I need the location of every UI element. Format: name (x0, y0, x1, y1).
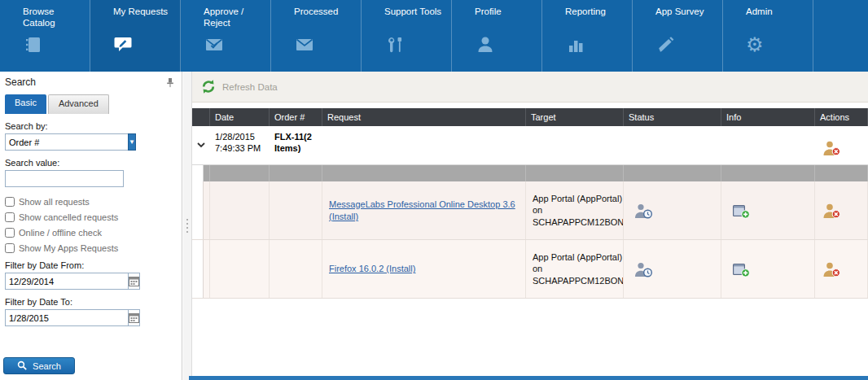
chevron-down-icon[interactable] (192, 126, 210, 164)
install-package-icon[interactable] (721, 240, 815, 298)
checkbox[interactable] (5, 197, 15, 207)
checkbox-label: Show cancelled requests (19, 212, 118, 222)
tools-icon (384, 33, 446, 56)
column-header-order[interactable]: Order # (270, 108, 322, 126)
book-icon (23, 33, 85, 56)
nav-item-profile[interactable]: Profile (452, 0, 542, 72)
bar-chart-icon (565, 33, 627, 56)
checkbox-show-my-apps-requests[interactable]: Show My Apps Requests (5, 243, 182, 253)
search-icon (17, 360, 28, 371)
request-link[interactable]: Firefox 16.0.2 (Install) (329, 263, 415, 275)
nav-item-label: App Survey (655, 6, 717, 32)
search-value-input[interactable] (5, 170, 124, 187)
group-date: 1/28/2015 7:49:33 PM (210, 126, 270, 164)
group-order-number: FLX-11(2 Items) (270, 126, 322, 164)
column-header-info[interactable]: Info (721, 108, 815, 126)
checkbox-online-offline-check[interactable]: Online / offline check (5, 228, 182, 238)
user-pending-icon (624, 181, 721, 239)
requests-grid: Date Order # Request Target Status Info … (192, 108, 868, 299)
search-tabs: Basic Advanced (5, 94, 182, 114)
search-by-value[interactable] (5, 133, 128, 151)
calendar-icon[interactable] (128, 273, 140, 290)
nav-item-browse-catalog[interactable]: Browse Catalog (0, 0, 90, 72)
nav-item-my-requests[interactable]: My Requests (90, 0, 181, 72)
nav-item-app-survey[interactable]: App Survey (633, 0, 723, 72)
nav-item-label: Approve / Reject (204, 6, 265, 32)
column-header-expand (192, 108, 210, 126)
refresh-data-button[interactable]: Refresh Data (222, 82, 278, 92)
panel-title: Search (5, 76, 36, 88)
grid-header-row: Date Order # Request Target Status Info … (192, 108, 868, 126)
column-header-status[interactable]: Status (624, 108, 721, 126)
nav-item-label: Browse Catalog (23, 6, 85, 32)
user-pending-icon (624, 240, 721, 298)
search-button[interactable]: Search (3, 357, 75, 374)
search-panel: Search Basic Advanced Search by: ▼ Searc… (0, 72, 182, 380)
checkbox-label: Online / offline check (19, 228, 102, 238)
gear-icon: ⚙ (746, 33, 808, 56)
envelope-check-icon (204, 33, 265, 56)
cancel-request-icon[interactable] (815, 126, 868, 164)
nav-filler (813, 0, 868, 72)
checkbox-show-all-requests[interactable]: Show all requests (5, 197, 182, 207)
pencil-icon (655, 33, 717, 56)
calendar-icon[interactable] (128, 309, 140, 326)
install-package-icon[interactable] (721, 181, 815, 239)
nav-item-admin[interactable]: Admin ⚙ (723, 0, 813, 72)
nav-item-label: Support Tools (384, 6, 446, 32)
checkbox[interactable] (5, 212, 15, 222)
date-from-input[interactable] (5, 273, 128, 290)
checkbox-list: Show all requests Show cancelled request… (5, 197, 182, 253)
target-text: App Portal (AppPortal) on SCHAPAPPCM12BO… (533, 193, 624, 228)
envelope-icon (294, 33, 356, 56)
checkbox[interactable] (5, 228, 15, 238)
search-button-label: Search (33, 361, 61, 371)
date-to-input[interactable] (5, 309, 128, 326)
pin-icon[interactable] (165, 77, 175, 88)
column-header-date[interactable]: Date (210, 108, 270, 126)
nav-item-label: Processed (294, 6, 356, 32)
top-nav: Browse Catalog My Requests Approve / Rej… (0, 0, 868, 72)
chevron-down-icon[interactable]: ▼ (128, 133, 136, 151)
nav-item-support-tools[interactable]: Support Tools (362, 0, 452, 72)
table-row: MessageLabs Professional Online Desktop … (192, 181, 868, 240)
checkbox-label: Show My Apps Requests (19, 243, 118, 253)
nav-item-label: Reporting (565, 6, 627, 32)
nav-item-reporting[interactable]: Reporting (542, 0, 633, 72)
date-to-label: Filter by Date To: (5, 297, 182, 307)
person-icon (475, 33, 537, 56)
checkbox[interactable] (5, 243, 15, 253)
table-row: Firefox 16.0.2 (Install) App Portal (App… (192, 240, 868, 299)
column-header-actions[interactable]: Actions (815, 108, 868, 126)
target-text: App Portal (AppPortal) on SCHAPAPPCM12BO… (533, 251, 624, 286)
column-header-request[interactable]: Request (322, 108, 526, 126)
nav-item-label: Profile (475, 6, 537, 32)
group-row: 1/28/2015 7:49:33 PM FLX-11(2 Items) (192, 126, 868, 165)
cancel-request-icon[interactable] (815, 240, 868, 298)
search-value-label: Search value: (5, 158, 182, 168)
column-header-target[interactable]: Target (526, 108, 624, 126)
cancel-request-icon[interactable] (815, 181, 868, 239)
horizontal-scrollbar[interactable] (189, 376, 868, 380)
nav-item-label: Admin (746, 6, 808, 32)
tab-basic[interactable]: Basic (5, 94, 46, 114)
request-link[interactable]: MessageLabs Professional Online Desktop … (329, 199, 519, 223)
checkbox-show-cancelled-requests[interactable]: Show cancelled requests (5, 212, 182, 222)
search-by-label: Search by: (5, 121, 182, 131)
refresh-icon[interactable] (200, 79, 217, 94)
nav-item-processed[interactable]: Processed (271, 0, 362, 72)
tab-advanced[interactable]: Advanced (48, 94, 109, 114)
nav-item-label: My Requests (113, 6, 175, 32)
panel-splitter[interactable] (183, 72, 192, 380)
search-by-select[interactable]: ▼ (5, 133, 120, 151)
main-content: Refresh Data Date Order # Request Target… (192, 72, 868, 380)
chat-bubble-icon (113, 33, 175, 56)
group-subheader-row (192, 165, 868, 181)
nav-item-approve-reject[interactable]: Approve / Reject (181, 0, 271, 72)
grid-toolbar: Refresh Data (192, 72, 868, 103)
date-from-label: Filter by Date From: (5, 260, 182, 270)
checkbox-label: Show all requests (19, 197, 90, 207)
